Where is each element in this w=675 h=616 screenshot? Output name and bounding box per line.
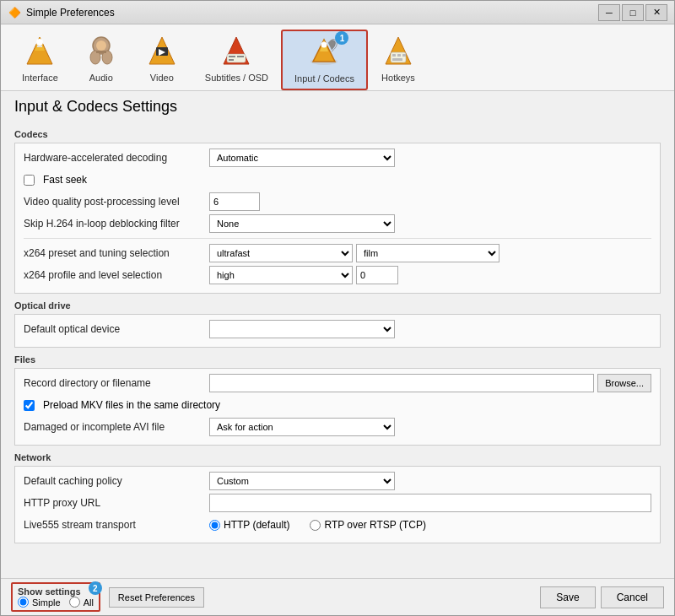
fast-seek-control: Fast seek bbox=[24, 174, 651, 186]
x264-profile-label: x264 profile and level selection bbox=[24, 269, 209, 281]
close-button[interactable]: ✕ bbox=[645, 4, 667, 21]
input-badge: 1 bbox=[335, 31, 348, 45]
toolbar-item-input[interactable]: 1 Input / Codecs bbox=[281, 30, 368, 90]
preload-mkv-control: Preload MKV files in the same directory bbox=[24, 399, 651, 411]
svg-rect-25 bbox=[402, 54, 406, 57]
preload-mkv-checkbox[interactable] bbox=[24, 400, 35, 411]
optical-device-label: Default optical device bbox=[24, 323, 209, 335]
files-box: Record directory or filename Browse... P… bbox=[14, 368, 661, 446]
record-dir-control: Browse... bbox=[209, 374, 651, 392]
toolbar-item-interface[interactable]: Interface bbox=[9, 30, 71, 90]
toolbar-item-video[interactable]: Video bbox=[132, 30, 192, 90]
simple-label: Simple bbox=[32, 597, 61, 608]
toolbar-item-subtitles[interactable]: Subtitles / OSD bbox=[192, 30, 281, 90]
show-settings-box: Show settings 2 Simple All bbox=[11, 582, 100, 612]
simple-radio-label[interactable]: Simple bbox=[18, 597, 61, 608]
files-section: Files Record directory or filename Brows… bbox=[14, 354, 661, 446]
svg-rect-24 bbox=[397, 54, 401, 57]
hw-decoding-select[interactable]: Automatic DirectX (DxVA2) None bbox=[209, 149, 395, 167]
transport-rtp-radio[interactable] bbox=[310, 520, 321, 531]
files-header: Files bbox=[14, 354, 661, 365]
x264-preset-control: ultrafast superfast veryfast faster fast… bbox=[209, 244, 651, 262]
hw-decoding-label: Hardware-accelerated decoding bbox=[24, 152, 209, 164]
svg-rect-16 bbox=[229, 59, 234, 61]
network-section: Network Default caching policy Custom Lo… bbox=[14, 452, 661, 543]
optical-device-control bbox=[209, 320, 651, 338]
damaged-avi-row: Damaged or incomplete AVI file Ask for a… bbox=[24, 418, 651, 436]
transport-http-radio[interactable] bbox=[209, 520, 220, 531]
codecs-section: Codecs Hardware-accelerated decoding Aut… bbox=[14, 129, 661, 294]
browse-button[interactable]: Browse... bbox=[597, 374, 651, 392]
simple-radio[interactable] bbox=[18, 597, 29, 608]
page-title: Input & Codecs Settings bbox=[1, 91, 674, 121]
skip-h264-select[interactable]: None Non-ref Bidir Non-key All bbox=[209, 214, 395, 233]
skip-h264-label: Skip H.264 in-loop deblocking filter bbox=[24, 218, 209, 230]
video-icon bbox=[144, 34, 180, 69]
preload-mkv-label: Preload MKV files in the same directory bbox=[43, 399, 220, 411]
network-box: Default caching policy Custom Lowest lat… bbox=[14, 466, 661, 543]
app-icon: 🔶 bbox=[8, 6, 21, 19]
bottom-bar: Show settings 2 Simple All Reset Prefere… bbox=[1, 578, 674, 615]
toolbar: Interface Audio bbox=[1, 24, 674, 91]
hw-decoding-row: Hardware-accelerated decoding Automatic … bbox=[24, 149, 651, 167]
video-quality-label: Video quality post-processing level bbox=[24, 196, 209, 208]
all-label: All bbox=[84, 597, 94, 608]
window-title: Simple Preferences bbox=[26, 7, 598, 19]
x264-profile-control: high main baseline high10 high422 bbox=[209, 266, 651, 284]
stream-transport-label: Live555 stream transport bbox=[24, 519, 209, 531]
codecs-box: Hardware-accelerated decoding Automatic … bbox=[14, 143, 661, 294]
record-dir-input[interactable] bbox=[209, 374, 594, 392]
svg-point-2 bbox=[36, 39, 43, 46]
http-proxy-control bbox=[209, 494, 651, 512]
toolbar-item-audio[interactable]: Audio bbox=[71, 30, 132, 90]
x264-profile-row: x264 profile and level selection high ma… bbox=[24, 266, 651, 284]
svg-point-5 bbox=[96, 41, 106, 51]
toolbar-item-hotkeys[interactable]: Hotkeys bbox=[368, 30, 429, 90]
transport-rtp-label: RTP over RTSP (TCP) bbox=[324, 519, 425, 531]
damaged-avi-select[interactable]: Ask for action Always fix Never fix bbox=[209, 418, 395, 436]
caching-policy-row: Default caching policy Custom Lowest lat… bbox=[24, 472, 651, 490]
toolbar-label-interface: Interface bbox=[22, 73, 58, 83]
x264-preset-label: x264 preset and tuning selection bbox=[24, 247, 209, 259]
x264-tune-select[interactable]: film animation grain stillimage fastdeco… bbox=[356, 244, 500, 262]
codecs-header: Codecs bbox=[14, 129, 661, 139]
http-proxy-input[interactable] bbox=[209, 494, 651, 512]
save-button[interactable]: Save bbox=[540, 586, 595, 608]
fast-seek-label: Fast seek bbox=[43, 174, 87, 186]
preload-mkv-row: Preload MKV files in the same directory bbox=[24, 396, 651, 414]
svg-rect-22 bbox=[391, 52, 406, 62]
svg-rect-3 bbox=[37, 46, 42, 47]
all-radio-label[interactable]: All bbox=[69, 597, 94, 608]
damaged-avi-label: Damaged or incomplete AVI file bbox=[24, 421, 209, 433]
caching-policy-label: Default caching policy bbox=[24, 475, 209, 487]
caching-policy-select[interactable]: Custom Lowest latency Low latency Normal… bbox=[209, 472, 395, 490]
input-icon: 1 bbox=[306, 35, 342, 70]
all-radio[interactable] bbox=[69, 597, 80, 608]
x264-profile-select[interactable]: high main baseline high10 high422 bbox=[209, 266, 353, 284]
show-settings-badge: 2 bbox=[89, 581, 102, 595]
svg-rect-15 bbox=[237, 56, 244, 57]
fast-seek-row: Fast seek bbox=[24, 170, 651, 189]
optical-device-select[interactable] bbox=[209, 320, 395, 338]
x264-preset-select[interactable]: ultrafast superfast veryfast faster fast… bbox=[209, 244, 353, 262]
show-settings-label: Show settings 2 bbox=[18, 586, 94, 597]
skip-h264-control: None Non-ref Bidir Non-key All bbox=[209, 214, 651, 233]
maximize-button[interactable]: □ bbox=[622, 4, 644, 21]
fast-seek-checkbox[interactable] bbox=[24, 175, 35, 186]
http-proxy-label: HTTP proxy URL bbox=[24, 497, 209, 509]
svg-rect-23 bbox=[392, 54, 396, 57]
optical-box: Default optical device bbox=[14, 314, 661, 348]
svg-rect-8 bbox=[96, 51, 106, 53]
toolbar-label-subtitles: Subtitles / OSD bbox=[205, 73, 268, 83]
x264-level-input[interactable] bbox=[356, 266, 398, 284]
video-quality-input[interactable] bbox=[209, 192, 260, 211]
cancel-button[interactable]: Cancel bbox=[601, 586, 664, 608]
x264-preset-row: x264 preset and tuning selection ultrafa… bbox=[24, 244, 651, 262]
main-window: 🔶 Simple Preferences ─ □ ✕ Interface bbox=[0, 0, 675, 616]
record-dir-label: Record directory or filename bbox=[24, 377, 209, 389]
reset-preferences-button[interactable]: Reset Preferences bbox=[109, 587, 204, 608]
video-quality-row: Video quality post-processing level bbox=[24, 192, 651, 211]
optical-header: Optical drive bbox=[14, 300, 661, 311]
show-settings-radio-group: Simple All bbox=[18, 597, 94, 608]
minimize-button[interactable]: ─ bbox=[598, 4, 620, 21]
